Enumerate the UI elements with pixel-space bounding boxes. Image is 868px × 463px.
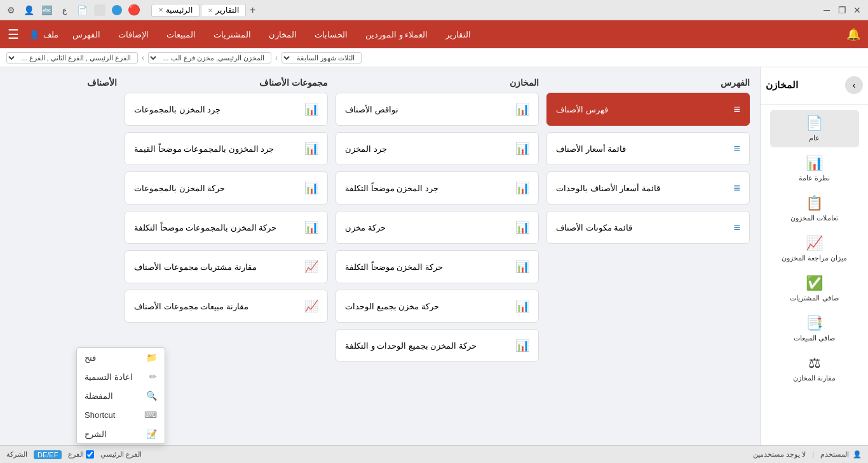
- jard-majmuat-icon: 📊: [304, 102, 318, 116]
- period-select[interactable]: الثلاث شهور السابقة: [281, 52, 362, 64]
- nav-left: 🔔: [846, 27, 860, 41]
- asaar-biwahdat-label: قائمة أسعار الأصناف بالوحدات: [556, 184, 660, 193]
- app-icon-1[interactable]: 🔴: [128, 4, 140, 16]
- app-icon-settings[interactable]: ⚙: [5, 4, 17, 16]
- nav-mabee3at[interactable]: المبيعات: [163, 27, 200, 42]
- warehouse-select[interactable]: المخزن الرئيسي, مخزن فرع الب ...: [148, 52, 271, 64]
- mukawinat-icon: ≡: [733, 221, 740, 234]
- minimize-window-icon[interactable]: ─: [821, 4, 832, 16]
- card-haraka-taklifah[interactable]: 📊 حركة المخزن موضحاً التكلفة: [336, 250, 539, 283]
- app-icon-input[interactable]: [94, 4, 105, 16]
- jard-taklifah-label: جرد المخزن موضحاً التكلفة: [345, 184, 438, 193]
- section-asnaf-title: الأصناف: [41, 77, 117, 88]
- sidebar-item-nadhara[interactable]: 📊 نظرة عامة: [770, 150, 859, 187]
- asaar-biwahdat-icon: ≡: [733, 182, 740, 195]
- nav-mushtarayat[interactable]: المشتريات: [210, 27, 255, 42]
- sidebar-divider-1: [761, 104, 868, 105]
- breadcrumb-sep-2: ›: [142, 53, 144, 62]
- branch-select[interactable]: الفرع الرئيسي , الفرع الثاني , الفرع ...: [6, 52, 138, 64]
- nav-omala[interactable]: العملاء و الموردين: [362, 27, 431, 42]
- sidebar-nav-arrow[interactable]: ›: [845, 76, 863, 94]
- app-icon-user[interactable]: 👤: [23, 4, 34, 16]
- card-jard-taklifah[interactable]: 📊 جرد المخزن موضحاً التكلفة: [336, 171, 539, 205]
- tab-taqarir[interactable]: التقارير ✕: [201, 4, 246, 16]
- haraka-wahdat-icon: 📊: [515, 299, 529, 313]
- haraka-majmuat-label: حركة المخزن بالمجموعات: [134, 184, 225, 193]
- tab-raisisia-label: الرئيسية: [166, 6, 193, 15]
- card-jard-majmuat[interactable]: 📊 جرد المخزن بالمجموعات: [125, 93, 328, 126]
- app-icon-arabic[interactable]: ع: [58, 4, 70, 16]
- hamburger-menu-icon[interactable]: ☰: [8, 27, 19, 42]
- sidebar-label-safi-b: صافي المبيعات: [794, 334, 835, 342]
- context-menu-rename[interactable]: ✏ اعادة التسمية: [77, 367, 165, 386]
- app-icon-doc[interactable]: 📄: [76, 4, 88, 16]
- branch-checkbox[interactable]: الفرع: [68, 450, 94, 459]
- new-tab-button[interactable]: +: [247, 4, 258, 16]
- context-favorites-label: المفضلة: [85, 391, 113, 401]
- sidebar-item-safi-mabee3at[interactable]: 📑 صافي المبيعات: [770, 310, 859, 347]
- nav-fihris[interactable]: الفهرس: [69, 27, 104, 42]
- context-menu-favorites[interactable]: 🔍 المفضلة: [77, 386, 165, 405]
- context-menu-explain[interactable]: 📝 الشرح: [77, 424, 165, 443]
- sidebar-item-aam[interactable]: 📄 عام: [770, 110, 859, 147]
- app-icon-2[interactable]: [112, 5, 122, 15]
- notification-bell-icon[interactable]: 🔔: [846, 27, 860, 41]
- maximize-window-icon[interactable]: ❐: [836, 4, 848, 16]
- close-tab-raisisia-icon[interactable]: ✕: [158, 6, 163, 13]
- context-menu-shortcut[interactable]: ⌨ Shortcut: [77, 405, 165, 424]
- muqarana-mushtarayat-label: مقارنة مشتريات مجموعات الأصناف: [134, 262, 257, 272]
- card-haraka-all[interactable]: 📊 حركة المخزن بجميع الوحدات و التكلفة: [336, 329, 539, 362]
- sidebar-label-taamalat: تعاملات المخزون: [790, 214, 838, 222]
- card-jard-makhzan[interactable]: 📊 جرد المخزن: [336, 132, 539, 165]
- card-haraka-makhzan[interactable]: 📊 حركة مخزن: [336, 211, 539, 244]
- profile-icon: 👤: [29, 30, 39, 39]
- haraka-majmuat-taklifah-icon: 📊: [304, 220, 318, 234]
- card-fihris-asnaf[interactable]: ≡ فهرس الأصناف: [546, 93, 750, 126]
- nav-taqarir[interactable]: التقارير: [442, 27, 475, 42]
- close-tab-taqarir-icon[interactable]: ✕: [208, 7, 213, 14]
- nav-profile-label: ملف: [43, 30, 58, 39]
- nav-idafat[interactable]: الإضافات: [114, 27, 153, 42]
- sidebar-item-muqarana[interactable]: ⚖ مقارنة المخازن: [770, 350, 859, 387]
- asaar-asnaf-label: قائمة أسعار الأصناف: [556, 144, 626, 154]
- card-jard-majmuat-qima[interactable]: 📊 جرد المخزون بالمجموعات موضحاً القيمة: [125, 132, 328, 165]
- status-bar: 👤 المستخدم | لا يوجد مستخدمين الفرع الرئ…: [0, 445, 868, 463]
- card-muqarana-mushtarayat[interactable]: 📈 مقارنة مشتريات مجموعات الأصناف: [125, 250, 328, 283]
- nawaqes-label: نواقص الأصناف: [345, 105, 398, 114]
- branch-checkbox-label: الفرع: [68, 450, 84, 459]
- section-makhazin-title: المخازن: [336, 77, 539, 88]
- jard-majmuat-qima-label: جرد المخزون بالمجموعات موضحاً القيمة: [134, 144, 274, 154]
- haraka-taklifah-label: حركة المخزن موضحاً التكلفة: [345, 262, 443, 272]
- sidebar-label-nadhara: نظرة عامة: [799, 174, 830, 182]
- context-shortcut-label: Shortcut: [85, 410, 115, 420]
- sidebar-item-taamalat[interactable]: 📋 تعاملات المخزون: [770, 190, 859, 227]
- app-icon-translate[interactable]: 🔤: [41, 4, 52, 16]
- nawaqes-icon: 📊: [515, 102, 529, 116]
- card-nawaqes[interactable]: 📊 نواقص الأصناف: [336, 93, 539, 126]
- card-haraka-majmuat[interactable]: 📊 حركة المخزن بالمجموعات: [125, 171, 328, 205]
- sidebar-item-mizan[interactable]: 📈 ميزان مراجعة المخزون: [770, 230, 859, 267]
- card-asaar-biwahdat[interactable]: ≡ قائمة أسعار الأصناف بالوحدات: [546, 171, 750, 205]
- nav-makhazin[interactable]: المخازن: [265, 27, 301, 42]
- haraka-wahdat-label: حركة مخزن بجميع الوحدات: [345, 302, 439, 311]
- sidebar-icon-safi-b: 📑: [806, 315, 823, 332]
- sidebar-item-safi-mushtarayat[interactable]: ✅ صافي المشتريات: [770, 270, 859, 307]
- section-fihris-title: الفهرس: [546, 77, 750, 88]
- branch-checkbox-input[interactable]: [86, 450, 94, 459]
- card-muqarana-mabee3at[interactable]: 📈 مقارنة مبيعات مجموعات الأصناف: [125, 290, 328, 323]
- context-menu-open[interactable]: 📁 فتح: [77, 348, 165, 367]
- card-mukawinat[interactable]: ≡ قائمة مكونات الأصناف: [546, 211, 750, 244]
- section-majmuat-title: مجموعات الأصناف: [125, 77, 328, 88]
- nav-hesabat[interactable]: الحسابات: [311, 27, 351, 42]
- breadcrumb-bar: الثلاث شهور السابقة › المخزن الرئيسي, مخ…: [0, 48, 868, 67]
- jard-makhzan-icon: 📊: [515, 142, 529, 156]
- tab-raisisia[interactable]: الرئيسية ✕: [151, 4, 200, 17]
- card-haraka-majmuat-taklifah[interactable]: 📊 حركة المخزن بالمجموعات موضحاً التكلفة: [125, 211, 328, 244]
- nav-profile[interactable]: ملف 👤: [29, 30, 58, 39]
- card-asaar-asnaf[interactable]: ≡ قائمة أسعار الأصناف: [546, 132, 750, 165]
- context-open-icon: 📁: [146, 352, 157, 363]
- haraka-makhzan-icon: 📊: [515, 220, 529, 234]
- card-haraka-wahdat[interactable]: 📊 حركة مخزن بجميع الوحدات: [336, 290, 539, 323]
- close-window-icon[interactable]: ✕: [851, 4, 863, 16]
- sidebar-icon-nadhara: 📊: [806, 155, 823, 171]
